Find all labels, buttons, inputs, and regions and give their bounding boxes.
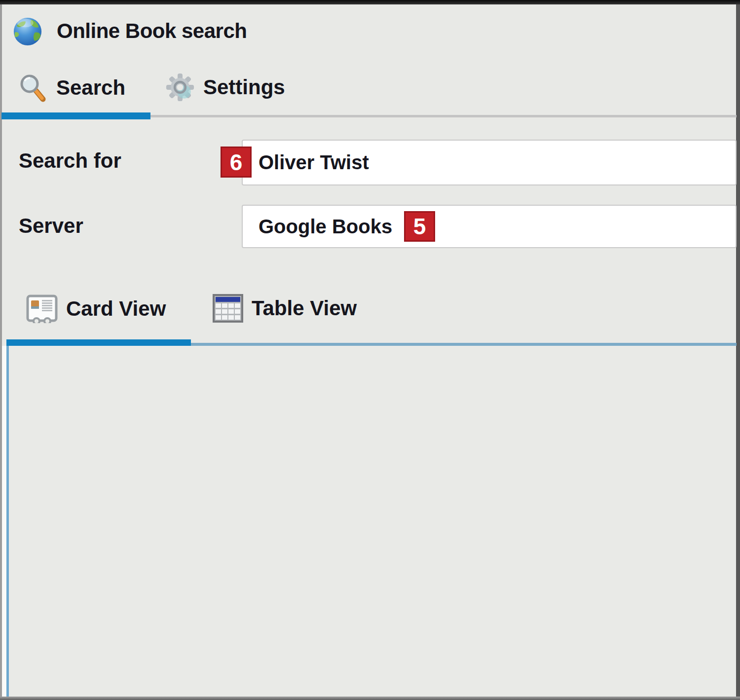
search-for-label: Search for	[19, 149, 121, 173]
gear-icon	[166, 73, 194, 102]
panel-left-gap	[2, 346, 6, 697]
server-label: Server	[19, 214, 83, 238]
annotation-badge-6: 6	[221, 147, 252, 178]
table-view-icon	[213, 294, 243, 323]
active-view-tab-indicator	[6, 339, 191, 346]
server-select[interactable]: Google Books 5	[242, 205, 737, 248]
page-title: Online Book search	[57, 19, 247, 43]
tab-table-view[interactable]: Table View	[213, 294, 357, 323]
tab-search-label: Search	[56, 76, 125, 100]
tab-search[interactable]: Search	[18, 73, 125, 103]
server-value: Google Books	[243, 216, 392, 238]
header: Online Book search	[12, 16, 247, 46]
window-border-bottom	[0, 697, 740, 700]
active-tab-indicator	[1, 112, 150, 119]
globe-icon	[12, 16, 43, 46]
window-border-right	[736, 4, 740, 697]
window-border-top	[0, 0, 740, 4]
results-panel	[6, 346, 736, 697]
tab-divider-line	[150, 115, 737, 117]
search-input-field	[242, 140, 737, 185]
tab-card-view-label: Card View	[66, 297, 166, 321]
card-view-icon	[26, 295, 58, 323]
tab-settings[interactable]: Settings	[166, 73, 285, 102]
annotation-badge-5: 5	[404, 211, 435, 242]
tab-card-view[interactable]: Card View	[26, 295, 166, 323]
magnifier-icon	[18, 73, 47, 103]
tab-settings-label: Settings	[203, 75, 285, 99]
search-input[interactable]	[243, 151, 736, 174]
tab-table-view-label: Table View	[252, 296, 357, 320]
online-book-search-window: Online Book search Search	[0, 0, 740, 700]
